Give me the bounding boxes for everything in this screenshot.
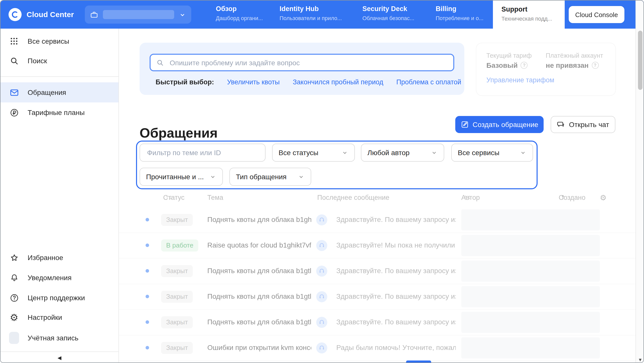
- chevron-down-icon: [179, 11, 186, 18]
- organization-name-redacted: [103, 10, 174, 19]
- column-header-topic[interactable]: Тема: [207, 188, 223, 207]
- table-row[interactable]: Закрыт Поднять квоты для облака b1ghikt …: [119, 207, 635, 233]
- ticket-topic: Поднять квоты для облака b1gtl2k: [207, 292, 311, 300]
- sidebar-item-label: Тарифные планы: [28, 108, 85, 116]
- status-badge: Закрыт: [161, 214, 193, 226]
- ticket-topic: Ошибки при открытии kvm консол: [207, 343, 311, 351]
- search-icon: [9, 56, 19, 66]
- sidebar-item-account[interactable]: Учётная запись: [1, 328, 118, 348]
- cloud-console-button[interactable]: Cloud Console: [569, 6, 624, 23]
- current-tariff-value: Базовый: [486, 61, 518, 70]
- search-icon: [156, 58, 164, 67]
- nav-item-security-deck[interactable]: Security Deck Облачная безопас...: [362, 5, 414, 22]
- sidebar-item-notifications[interactable]: Уведомления: [1, 268, 118, 288]
- sidebar-collapse-button[interactable]: ◀: [1, 351, 118, 363]
- help-question-icon[interactable]: ?: [521, 62, 528, 69]
- nav-item-support-active[interactable]: Support Техническая подд...: [493, 1, 565, 29]
- nav-item-identity-hub[interactable]: Identity Hub Пользователи и прило...: [280, 5, 342, 22]
- unread-dot: [146, 244, 149, 247]
- author-created-redacted: [461, 286, 600, 307]
- star-icon: [9, 253, 19, 263]
- services-filter-dropdown[interactable]: Все сервисы: [451, 144, 533, 162]
- create-ticket-button[interactable]: Создать обращение: [455, 116, 544, 133]
- app-window: Cloud Center Обзор Дашборд органи... Ide…: [0, 0, 644, 363]
- last-message-preview: Здравствуйте. По вашему запросу изме: [336, 318, 456, 326]
- unread-dot: [146, 295, 149, 298]
- sidebar-item-label: Обращения: [28, 88, 66, 96]
- table-row[interactable]: Закрыт Поднять квоты для облака b1gtl2k …: [119, 284, 635, 310]
- chevron-down-icon: [431, 149, 438, 156]
- ticket-topic: Raise quotas for cloud b1ghikt7vfcr: [207, 241, 311, 249]
- sidebar-item-search[interactable]: Поиск: [1, 51, 118, 71]
- type-filter-dropdown[interactable]: Тип обращения: [229, 168, 311, 186]
- manage-tariff-link[interactable]: Управление тарифом: [486, 76, 605, 84]
- table-row[interactable]: Закрыт Поднять квоты для облака b1gtl2k …: [119, 310, 635, 335]
- chevron-down-icon: [298, 173, 305, 180]
- last-message-preview: Здравствуйте! Мы пока не получили от: [336, 241, 456, 249]
- briefcase-icon: [90, 10, 98, 19]
- grid-icon: [9, 36, 19, 46]
- filter-search-input[interactable]: [146, 148, 259, 157]
- quick-select-row: Быстрый выбор: Увеличить квоты Закончилс…: [156, 78, 461, 86]
- page-scrollbar[interactable]: ▼: [635, 1, 644, 363]
- scroll-down-arrow-icon[interactable]: ▼: [636, 358, 644, 362]
- current-tariff-block: Текущий тариф Базовый ?: [486, 52, 532, 70]
- nav-item-billing[interactable]: Billing Потребление и о...: [436, 5, 483, 22]
- avatar: [9, 333, 19, 343]
- author-created-redacted: [461, 235, 600, 256]
- billing-account-value: не привязан: [546, 61, 589, 70]
- support-search-field: [150, 54, 454, 71]
- status-badge: Закрыт: [161, 342, 193, 354]
- sidebar-item-label: Центр поддержки: [28, 294, 85, 302]
- sidebar-item-tickets[interactable]: Обращения: [1, 82, 118, 102]
- collapse-left-icon: ◀: [57, 355, 61, 360]
- sidebar-item-favorites[interactable]: Избранное: [1, 248, 118, 268]
- chevron-down-icon: [520, 149, 527, 156]
- support-search-input[interactable]: [169, 58, 448, 67]
- brand-title: Cloud Center: [27, 1, 74, 29]
- column-header-last-message[interactable]: Последнее сообщение: [317, 188, 390, 207]
- author-created-redacted: [461, 209, 600, 230]
- sidebar-item-label: Все сервисы: [28, 37, 69, 45]
- status-filter-dropdown[interactable]: Все статусы: [272, 144, 355, 162]
- author-created-redacted: [461, 337, 600, 358]
- table-settings-gear-icon[interactable]: ⚙: [600, 188, 607, 207]
- cloud-center-logo-icon: [9, 8, 22, 21]
- help-question-icon[interactable]: ?: [592, 62, 599, 69]
- sidebar-item-label: Настройки: [28, 313, 62, 321]
- tariff-panel: Текущий тариф Базовый ? Платёжный аккаун…: [476, 43, 616, 96]
- last-message-preview: Здравствуйте. По вашему запросу изме: [336, 292, 456, 300]
- chat-widget-fab-partial[interactable]: [406, 360, 431, 363]
- support-search-panel: Быстрый выбор: Увеличить квоты Закончилс…: [140, 43, 464, 95]
- quick-link-payment-problem[interactable]: Проблема с оплатой: [396, 78, 461, 86]
- table-row[interactable]: Закрыт Ошибки при открытии kvm консол Ра…: [119, 335, 635, 361]
- sidebar-item-settings[interactable]: ⚙ Настройки: [1, 307, 118, 327]
- unread-dot: [146, 320, 149, 324]
- filter-search-field: [140, 144, 266, 162]
- table-row[interactable]: В работе Raise quotas for cloud b1ghikt7…: [119, 233, 635, 259]
- support-avatar-icon: [316, 214, 327, 225]
- chat-bubble-icon: [557, 120, 565, 129]
- quick-link-trial-ended[interactable]: Закончился пробный период: [293, 78, 383, 86]
- filters-panel: Все статусы Любой автор Все сервисы Проч…: [136, 141, 538, 189]
- support-avatar-icon: [316, 291, 327, 302]
- sidebar-item-all-services[interactable]: Все сервисы: [1, 31, 118, 51]
- page-title: Обращения: [140, 126, 218, 141]
- table-row[interactable]: Закрыт Поднять квоты для облака b1gtl2k …: [119, 259, 635, 284]
- billing-account-block: Платёжный аккаунт не привязан ?: [546, 52, 603, 70]
- sidebar-item-support-center[interactable]: Центр поддержки: [1, 288, 118, 308]
- scrollbar-thumb[interactable]: [638, 31, 642, 90]
- read-filter-dropdown[interactable]: Прочитанные и ...: [140, 168, 223, 186]
- open-chat-button[interactable]: Открыть чат: [551, 116, 615, 133]
- sidebar-item-pricing-plans[interactable]: Тарифные планы: [1, 102, 118, 123]
- author-filter-dropdown[interactable]: Любой автор: [361, 144, 444, 162]
- question-circle-icon: [9, 293, 19, 303]
- pencil-square-icon: [461, 120, 469, 129]
- current-tariff-label: Текущий тариф: [486, 52, 532, 60]
- sidebar-divider: [1, 76, 118, 77]
- quick-link-increase-quotas[interactable]: Увеличить квоты: [227, 78, 280, 86]
- organization-selector[interactable]: [85, 6, 191, 24]
- nav-item-overview[interactable]: Обзор Дашборд органи...: [216, 5, 263, 22]
- table-header-row: Статус↑↓ Тема Последнее сообщение Автор↑…: [119, 188, 635, 207]
- chevron-down-icon: [341, 149, 348, 156]
